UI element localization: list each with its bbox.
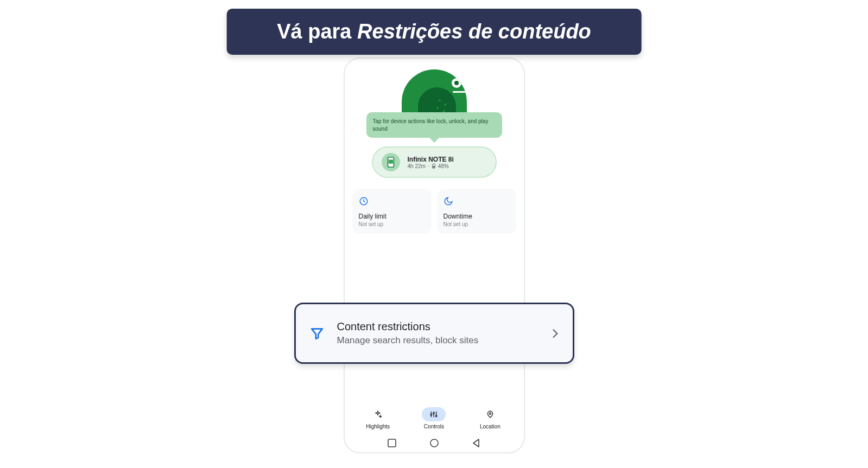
device-meta: Infinix NOTE 8i 4h 22m · 48%	[408, 156, 454, 169]
nav-highlights[interactable]: Highlights	[366, 407, 390, 429]
content-restrictions-title: Content restrictions	[337, 320, 479, 333]
device-name: Infinix NOTE 8i	[408, 156, 454, 163]
device-card[interactable]: Infinix NOTE 8i 4h 22m · 48%	[372, 146, 497, 178]
controls-cards: Daily limit Not set up Downtime Not set …	[350, 189, 518, 234]
device-battery: 48%	[438, 163, 449, 169]
pin-icon	[486, 410, 495, 419]
downtime-card[interactable]: Downtime Not set up	[437, 189, 516, 234]
downtime-sub: Not set up	[443, 221, 510, 227]
avatar-section: Tap for device actions like lock, unlock…	[350, 69, 518, 178]
svg-point-6	[430, 414, 432, 415]
svg-rect-1	[388, 159, 392, 163]
phone-icon	[382, 153, 400, 171]
phone-frame: Tap for device actions like lock, unlock…	[344, 57, 525, 453]
device-time: 4h 22m	[408, 163, 426, 169]
android-recent-button[interactable]	[387, 438, 397, 448]
device-actions-tooltip[interactable]: Tap for device actions like lock, unlock…	[366, 112, 502, 138]
nav-controls-label: Controls	[424, 424, 444, 429]
nav-location[interactable]: Location	[478, 407, 502, 429]
filter-icon	[310, 326, 324, 341]
nav-controls[interactable]: Controls	[422, 407, 446, 429]
instruction-banner: Vá para Restrições de conteúdo	[226, 9, 642, 55]
clock-icon	[359, 196, 369, 206]
daily-limit-sub: Not set up	[359, 221, 425, 227]
content-restrictions-text: Content restrictions Manage search resul…	[337, 320, 479, 346]
svg-point-9	[489, 413, 491, 414]
nav-highlights-label: Highlights	[366, 424, 390, 429]
downtime-title: Downtime	[443, 213, 510, 220]
battery-icon	[432, 163, 436, 169]
bottom-nav: Highlights Controls Loca	[350, 407, 518, 429]
chevron-right-icon	[552, 329, 559, 338]
nav-location-label: Location	[480, 424, 500, 429]
svg-point-11	[430, 439, 438, 447]
content-restrictions-sub: Manage search results, block sites	[337, 335, 479, 346]
android-nav-bar	[345, 438, 524, 448]
svg-point-7	[433, 413, 435, 414]
android-back-button[interactable]	[472, 438, 481, 448]
device-sep: ·	[428, 163, 429, 169]
svg-rect-10	[388, 439, 396, 447]
content-restrictions-row[interactable]: Content restrictions Manage search resul…	[294, 303, 574, 364]
svg-point-8	[436, 415, 438, 417]
banner-italic: Restrições de conteúdo	[357, 20, 591, 43]
tooltip-text: Tap for device actions like lock, unlock…	[373, 118, 489, 132]
svg-rect-3	[433, 163, 434, 164]
avatar-dino	[402, 69, 467, 116]
sparkle-icon	[373, 410, 382, 419]
phone-screen: Tap for device actions like lock, unlock…	[345, 59, 524, 452]
banner-prefix: Vá para	[277, 20, 357, 43]
android-home-button[interactable]	[429, 438, 439, 448]
daily-limit-card[interactable]: Daily limit Not set up	[352, 189, 432, 234]
sliders-icon	[429, 410, 438, 419]
svg-rect-4	[433, 166, 434, 168]
moon-icon	[443, 196, 453, 206]
daily-limit-title: Daily limit	[359, 213, 425, 220]
